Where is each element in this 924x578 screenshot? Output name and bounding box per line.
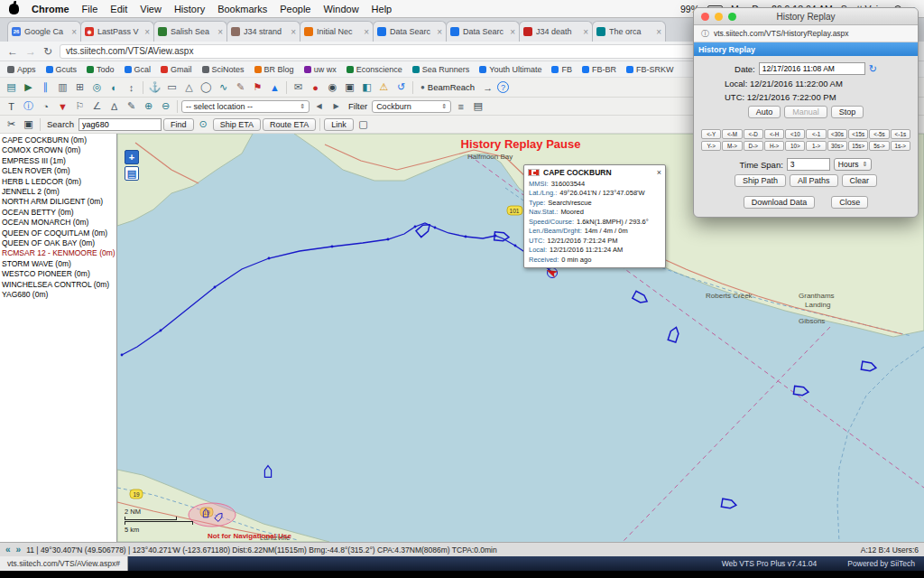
collapse-left-icon[interactable]: «: [5, 545, 11, 555]
fwd-day-button[interactable]: D->: [744, 141, 763, 151]
back-30s-button[interactable]: <30s: [827, 129, 847, 139]
grid-icon[interactable]: ⊞: [72, 80, 88, 95]
tab-j34-strand[interactable]: J34 strand×: [226, 21, 300, 42]
close-tab-icon[interactable]: ×: [144, 27, 150, 37]
menu-history[interactable]: History: [174, 4, 205, 14]
fwd-1s-button[interactable]: 1s->: [891, 141, 910, 151]
vessel-list-item[interactable]: NORTH ARM DILIGENT (0m): [2, 197, 116, 207]
angle-icon[interactable]: ∠: [89, 99, 105, 114]
vessel-list-item[interactable]: YAG680 (0m): [2, 290, 116, 300]
globe-icon[interactable]: ◐: [106, 80, 122, 95]
fwd-5s-button[interactable]: 5s->: [869, 141, 889, 151]
scissors-icon[interactable]: ✂: [4, 117, 19, 132]
fwd-30s-button[interactable]: 30s>: [827, 141, 847, 151]
zoom-in-icon[interactable]: ⊕: [141, 99, 156, 114]
menu-chrome[interactable]: Chrome: [32, 4, 69, 14]
close-tab-icon[interactable]: ×: [291, 27, 296, 37]
bookmark-scinotes[interactable]: SciNotes: [202, 65, 245, 74]
select-cursor-icon[interactable]: ▶: [21, 80, 36, 95]
back-1s-button[interactable]: <-1s: [891, 129, 910, 139]
info-icon[interactable]: ⓘ: [701, 28, 709, 40]
minimize-window-icon[interactable]: [715, 13, 723, 21]
next-location-icon[interactable]: ▶: [328, 99, 344, 114]
vessel-list-item[interactable]: STORM WAVE (0m): [2, 259, 116, 269]
auto-button[interactable]: Auto: [748, 106, 781, 118]
menu-help[interactable]: Help: [372, 4, 393, 14]
pan-icon[interactable]: +: [125, 150, 139, 164]
bookmark-sea-runners[interactable]: Sea Runners: [412, 65, 470, 74]
vessel-list-item[interactable]: COMOX CROWN (0m): [2, 145, 116, 155]
vessel-list-item[interactable]: WINCHELSEA CONTROL (0m): [2, 280, 116, 290]
close-tab-icon[interactable]: ×: [364, 27, 369, 37]
fwd-month-button[interactable]: M->: [722, 141, 742, 151]
link-button[interactable]: Link: [324, 118, 354, 131]
manual-button[interactable]: Manual: [784, 106, 827, 118]
list-icon[interactable]: ▤: [470, 99, 485, 114]
tab-j34-death[interactable]: J34 death×: [519, 21, 593, 42]
back-hour-button[interactable]: <-H: [764, 129, 784, 139]
close-window-icon[interactable]: [701, 13, 709, 21]
menu-people[interactable]: People: [280, 4, 310, 14]
back-5s-button[interactable]: <-5s: [869, 129, 889, 139]
apple-logo-icon[interactable]: [9, 4, 19, 14]
close-tab-icon[interactable]: ×: [217, 27, 223, 37]
bookmark-br-blog[interactable]: BR Blog: [254, 65, 294, 74]
menu-icon[interactable]: ≡: [453, 99, 468, 114]
close-tab-icon[interactable]: ×: [656, 27, 661, 37]
back-month-button[interactable]: <-M: [722, 129, 742, 139]
help-icon[interactable]: ?: [497, 81, 509, 93]
popup-address-bar[interactable]: ⓘ vts.siitech.com/VTS/HistoryReplay.aspx: [694, 25, 918, 42]
vessel-list-item[interactable]: OCEAN MONARCH (0m): [2, 218, 116, 228]
back-icon[interactable]: ←: [7, 45, 18, 58]
bookmark-todo[interactable]: Todo: [87, 65, 115, 74]
vessel-list-item[interactable]: QUEEN OF COQUITLAM (0m): [2, 228, 116, 238]
marker-icon[interactable]: ▲: [267, 80, 282, 95]
zoom-window-icon[interactable]: [728, 13, 736, 21]
route-tool-icon[interactable]: ∿: [216, 80, 231, 95]
back-1min-button[interactable]: <-1: [806, 129, 826, 139]
vessel-list-item[interactable]: RCMSAR 12 - KENMOORE (0m): [2, 248, 116, 258]
collapse-right-icon[interactable]: »: [16, 545, 22, 555]
record-icon[interactable]: ●: [308, 80, 323, 95]
vessel-list-item[interactable]: WESTCO PIONEER (0m): [2, 269, 116, 279]
fwd-1min-button[interactable]: 1->: [806, 141, 826, 151]
layers-icon[interactable]: ▤: [4, 80, 19, 95]
measure-icon[interactable]: ∆: [106, 99, 122, 114]
bookmark-fb[interactable]: FB: [551, 65, 572, 74]
menu-file[interactable]: File: [82, 4, 98, 14]
window-titlebar[interactable]: History Replay: [694, 8, 918, 25]
history-icon[interactable]: ◔: [38, 99, 53, 114]
target-icon[interactable]: ◎: [89, 80, 105, 95]
info-icon[interactable]: ⓘ: [21, 99, 36, 114]
fwd-10min-button[interactable]: 10>: [785, 141, 805, 151]
fwd-15s-button[interactable]: 15s>: [848, 141, 868, 151]
back-day-button[interactable]: <-D: [744, 129, 763, 139]
snapshot-icon[interactable]: ▣: [342, 80, 357, 95]
pause-icon[interactable]: ∥: [38, 80, 53, 95]
rectangle-tool-icon[interactable]: ▭: [164, 80, 180, 95]
pencil-icon[interactable]: ✎: [233, 80, 248, 95]
tab-data-search-2[interactable]: Data Searc×: [446, 21, 520, 42]
stop-button[interactable]: Stop: [831, 106, 864, 118]
flag-icon[interactable]: ⚑: [250, 80, 265, 95]
back-10min-button[interactable]: <10: [785, 129, 805, 139]
close-tab-icon[interactable]: ×: [510, 27, 515, 37]
fwd-year-button[interactable]: Y->: [701, 141, 721, 151]
reload-icon[interactable]: ↻: [43, 45, 52, 58]
back-year-button[interactable]: <-Y: [701, 129, 721, 139]
close-icon[interactable]: ×: [657, 168, 661, 178]
timespan-unit-select[interactable]: Hours⇕: [834, 158, 873, 171]
circle-tool-icon[interactable]: ◯: [199, 80, 214, 95]
fwd-hour-button[interactable]: H->: [764, 141, 784, 151]
prev-location-icon[interactable]: ◀: [311, 99, 327, 114]
bookmark-uw-wx[interactable]: uw wx: [304, 65, 337, 74]
location-select[interactable]: -- select location --⇕: [181, 100, 310, 113]
tab-the-orca[interactable]: The orca×: [592, 21, 666, 42]
refresh-icon[interactable]: ↻: [869, 63, 877, 75]
draw-icon[interactable]: ✎: [124, 99, 139, 114]
vessel-list-item[interactable]: GLEN ROVER (0m): [2, 166, 116, 176]
ship-path-button[interactable]: Ship Path: [735, 174, 786, 187]
zoom-out-icon[interactable]: ⊖: [158, 99, 173, 114]
ship-eta-button[interactable]: Ship ETA: [213, 118, 261, 131]
tab-google-calendar[interactable]: 26Google Ca×: [7, 21, 81, 42]
